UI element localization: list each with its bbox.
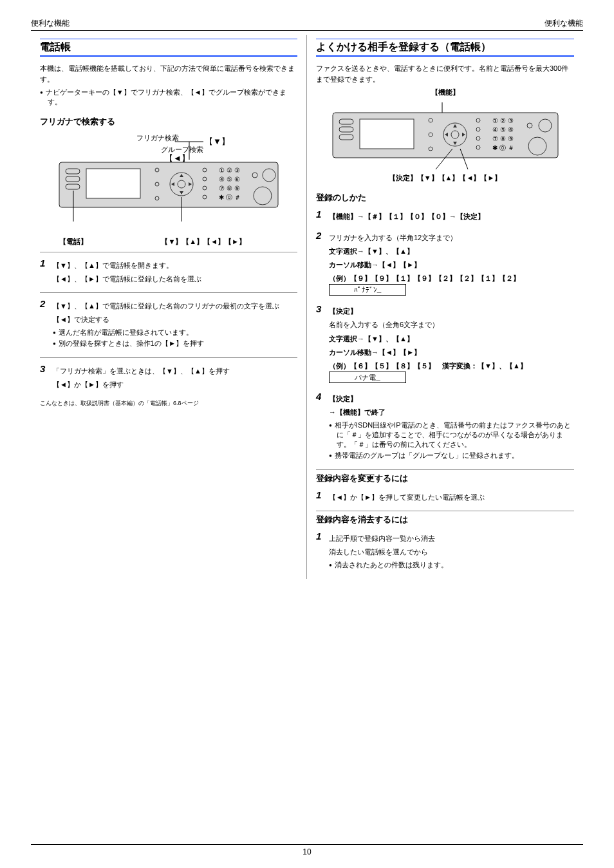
device-panel-right: ① ② ③ ④ ⑤ ⑥ ⑦ ⑧ ⑨ ✱ ⓪ ＃ 【決定】【▼】【▲】【◄】【►】	[316, 102, 574, 183]
r-step-del-1: 1	[316, 531, 329, 574]
left-refnote: こんなときは、取扱説明書（基本編）の「電話帳」6.8ページ	[40, 399, 297, 408]
lcd-1: ﾊﾟﾅﾃﾞﾝ_	[329, 284, 406, 296]
svg-text:【▼】: 【▼】	[205, 137, 230, 146]
right-step3-l3-keys: （例）【６】【５】【８】【５】 漢字変換：【▼】、【▲】	[329, 362, 527, 370]
right-step4-l0: 【決定】	[329, 393, 574, 404]
left-step1-l1: 【▼】、【▲】で電話帳を開きます。	[53, 260, 297, 271]
left-step1-l2: 【◄】、【►】で電話帳に登録した名前を選ぶ	[53, 274, 297, 285]
sep	[316, 511, 574, 511]
svg-text:フリガナ検索: フリガナ検索	[136, 134, 179, 142]
lcd-2: パナ電_	[329, 372, 406, 383]
header-tab-left: 便利な機能	[31, 18, 70, 29]
right-step2-l3: （例）【９】【９】【１】【９】【２】【２】【１】【２】 ﾊﾟﾅﾃﾞﾝ_	[329, 273, 574, 296]
panel-label-nav-left: 【▼】【▲】【◄】【►】	[161, 237, 246, 247]
right-intro: ファクスを送るときや、電話するときに便利です。名前と電話番号を最大300件まで登…	[316, 63, 574, 85]
r-step-num-4: 4	[316, 391, 329, 464]
right-del-l2: 消去したい電話帳を選んでから	[329, 547, 574, 558]
left-step3-l2: 【◄】か【►】を押す	[53, 379, 297, 390]
right-step2-l1: フリガナを入力する（半角12文字まで）	[329, 232, 574, 243]
section-bar-right: よくかける相手を登録する（電話帳）	[316, 39, 574, 57]
step-num-1: 1	[40, 258, 53, 287]
right-step4-l1: →【機能】で終了	[329, 407, 574, 418]
right-sub-change: 登録内容を変更するには	[316, 473, 574, 484]
right-step3-l2b: カーソル移動→【◄】【►】	[329, 347, 574, 358]
footer-rule	[31, 844, 583, 845]
right-step2-l2b: カーソル移動→【◄】【►】	[329, 259, 574, 270]
sep	[316, 469, 574, 470]
left-step2-b1: 選んだ名前が電話帳に登録されています。	[53, 328, 297, 337]
right-del-b1: 消去されたあとの件数は残ります。	[329, 560, 574, 570]
right-step4-b2: 携帯電話のグループは「グループなし」に登録されます。	[329, 451, 574, 460]
left-sub-kana: フリガナで検索する	[40, 116, 297, 127]
left-intro: 本機は、電話帳機能を搭載しており、下記の方法で簡単に電話番号を検索できます。	[40, 63, 297, 85]
right-sub-prog: 登録のしかた	[316, 192, 574, 203]
right-change-l1: 【◄】か【►】を押して変更したい電話帳を選ぶ	[329, 492, 574, 503]
page-number: 10	[31, 847, 583, 856]
left-step3-l1: 「フリガナ検索」を選ぶときは、【▼】、【▲】を押す	[53, 366, 297, 377]
svg-text:⑦ ⑧ ⑨: ⑦ ⑧ ⑨	[492, 135, 514, 142]
right-step2-l2a: 文字選択→【▼】、【▲】	[329, 246, 574, 257]
right-step3-l2a: 文字選択→【▼】、【▲】	[329, 334, 574, 344]
left-step2-b2: 別の登録を探すときは、操作1の【►】を押す	[53, 339, 297, 348]
right-step3-l1: 名前を入力する（全角6文字まで）	[329, 319, 574, 330]
sep	[40, 292, 297, 293]
left-intro-bullet: ナビゲーターキーの【▼】でフリガナ検索、【◄】でグループ検索ができます。	[40, 88, 297, 107]
left-step2-l2: 【◄】で決定する	[53, 314, 297, 325]
svg-text:④ ⑤ ⑥: ④ ⑤ ⑥	[219, 176, 240, 183]
right-del-l1: 上記手順で登録内容一覧から消去	[329, 533, 574, 544]
svg-text:【◄】: 【◄】	[165, 153, 190, 163]
left-step2-l1: 【▼】、【▲】で電話帳に登録した名前のフリガナの最初の文字を選ぶ	[53, 301, 297, 312]
svg-text:✱ ⓪ ＃: ✱ ⓪ ＃	[219, 194, 241, 201]
svg-text:✱ ⓪ ＃: ✱ ⓪ ＃	[492, 144, 514, 151]
panel-label-nav-right: 【決定】【▼】【▲】【◄】【►】	[316, 173, 574, 183]
section-title-left: 電話帳	[40, 41, 297, 54]
r-step-change-1: 1	[316, 489, 329, 505]
section-title-right: よくかける相手を登録する（電話帳）	[316, 41, 574, 54]
right-step3-l0: 【決定】	[329, 306, 574, 317]
right-step3-l3: （例）【６】【５】【８】【５】 漢字変換：【▼】、【▲】 パナ電_	[329, 361, 574, 383]
svg-rect-10	[86, 169, 140, 198]
sep	[40, 252, 297, 252]
panel-label-kinou: 【機能】	[316, 88, 574, 97]
svg-rect-34	[360, 119, 414, 149]
panel-label-tel: 【電話】	[59, 237, 88, 247]
header-rule	[31, 30, 583, 31]
svg-text:④ ⑤ ⑥: ④ ⑤ ⑥	[492, 126, 514, 133]
sep	[40, 357, 297, 358]
section-bar-left: 電話帳	[40, 39, 297, 57]
r-step-num-2: 2	[316, 230, 329, 298]
r-step-num-3: 3	[316, 303, 329, 385]
svg-text:グループ検索: グループ検索	[161, 146, 203, 153]
svg-text:⑦ ⑧ ⑨: ⑦ ⑧ ⑨	[219, 185, 240, 192]
right-sub-delete: 登録内容を消去するには	[316, 514, 574, 525]
step-num-2: 2	[40, 298, 53, 352]
svg-text:① ② ③: ① ② ③	[219, 167, 240, 174]
r-step-num-1: 1	[316, 209, 329, 225]
right-step4-b1: 相手がISDN回線やIP電話のとき、電話番号の前またはファクス番号のあとに「＃」…	[329, 420, 574, 449]
right-step1-prog: 【機能】→【＃】【１】【０】【０】→【決定】	[329, 211, 574, 222]
right-step2-l3-keys: （例）【９】【９】【１】【９】【２】【２】【１】【２】	[329, 274, 520, 282]
svg-text:① ② ③: ① ② ③	[492, 117, 514, 124]
device-panel-left: フリガナ検索 【▼】 グループ検索 【◄】	[40, 133, 297, 247]
step-num-3: 3	[40, 363, 53, 393]
header-tab-right: 便利な機能	[544, 19, 583, 28]
